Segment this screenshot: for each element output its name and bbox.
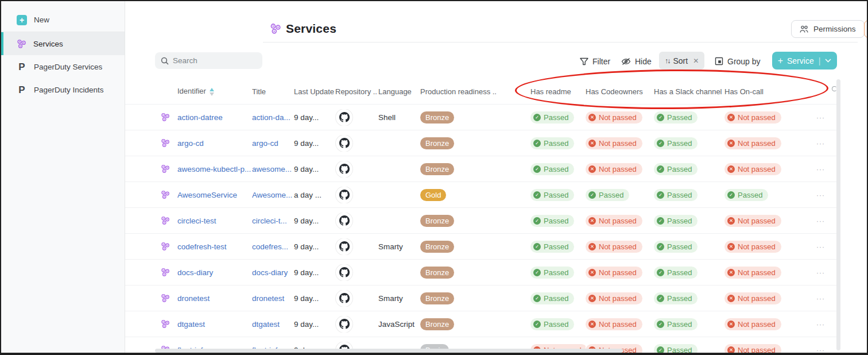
cross-icon: ✕: [588, 295, 596, 302]
identifier-cell: awesome-kubectl-p...: [177, 165, 252, 173]
title-link[interactable]: dronetest: [252, 294, 284, 303]
row-actions-button[interactable]: ···: [816, 295, 825, 303]
production-readiness-cell: Bronze: [420, 215, 530, 227]
sidebar-item-pagerduty-incidents[interactable]: P PagerDuty Incidents: [1, 78, 125, 101]
has-codeowners-cell: ✕Not passed: [586, 267, 654, 279]
check-icon: ✓: [657, 191, 664, 199]
identifier-link[interactable]: docs-diary: [177, 268, 213, 277]
row-actions-button[interactable]: ···: [816, 165, 825, 173]
row-actions-button[interactable]: ···: [816, 114, 825, 122]
github-icon[interactable]: [336, 187, 352, 203]
row-actions-button[interactable]: ···: [816, 191, 825, 199]
check-icon: ✓: [533, 321, 541, 328]
sort-button[interactable]: ↑↓ Sort ✕: [659, 52, 704, 70]
has-codeowners-cell: ✕Not passed: [586, 215, 654, 227]
column-header[interactable]: Production readiness ..: [420, 87, 530, 96]
title-link[interactable]: codefres...: [252, 242, 288, 251]
title-link[interactable]: dtgatest: [252, 320, 280, 329]
save-view-button[interactable]: Save this view: [865, 21, 868, 37]
github-icon[interactable]: [336, 264, 352, 281]
column-sort-indicator[interactable]: [210, 88, 214, 96]
sidebar-item-new[interactable]: + New: [1, 8, 125, 32]
permissions-button[interactable]: Permissions: [791, 20, 865, 38]
has-readme-cell: ✓Passed: [530, 163, 586, 175]
column-header[interactable]: Title: [252, 87, 294, 96]
sort-clear-icon[interactable]: ✕: [693, 57, 699, 65]
check-icon: ✓: [657, 140, 664, 147]
github-icon[interactable]: [336, 161, 352, 178]
sidebar-item-services[interactable]: Services: [1, 32, 125, 55]
cross-icon: ✕: [588, 140, 596, 147]
cross-icon: ✕: [727, 165, 735, 173]
identifier-link[interactable]: action-datree: [177, 113, 223, 122]
github-icon[interactable]: [336, 135, 352, 152]
identifier-link[interactable]: dronetest: [177, 294, 210, 303]
cross-icon: ✕: [727, 217, 735, 225]
group-by-button[interactable]: Group by: [715, 53, 761, 70]
check-icon: ✓: [657, 269, 664, 276]
row-actions-button[interactable]: ···: [816, 346, 825, 354]
search-box: [155, 52, 262, 69]
column-header-label: Has readme: [530, 87, 571, 96]
column-header[interactable]: Has readme: [530, 87, 586, 96]
production-readiness-cell: Bronze: [420, 137, 530, 149]
github-icon[interactable]: [336, 290, 352, 307]
github-icon[interactable]: [336, 238, 352, 255]
sidebar-item-label: Services: [33, 40, 63, 48]
title-cell: circleci-t...: [252, 217, 294, 225]
hide-button[interactable]: Hide: [621, 53, 652, 70]
has-slack-channel-cell: ✓Passed: [654, 137, 724, 149]
title-link[interactable]: argo-cd: [252, 139, 278, 148]
column-header[interactable]: Has On-call: [724, 87, 816, 96]
has-readme-cell: ✓Passed: [530, 137, 586, 149]
cross-icon: ✕: [727, 295, 735, 302]
row-actions-button[interactable]: ···: [816, 140, 825, 148]
title-link[interactable]: Awesome...: [252, 191, 292, 199]
row-actions-button[interactable]: ···: [816, 269, 825, 277]
column-header[interactable]: Has Codeowners: [586, 87, 654, 96]
identifier-link[interactable]: dtgatest: [177, 320, 205, 329]
vertical-scrollbar[interactable]: [836, 79, 840, 350]
filter-icon: [580, 57, 588, 65]
add-service-button[interactable]: + Service |: [772, 52, 837, 70]
column-header[interactable]: Has a Slack channel: [654, 87, 724, 96]
column-header[interactable]: Language: [378, 87, 420, 96]
github-icon[interactable]: [336, 109, 352, 126]
identifier-link[interactable]: AwesomeService: [177, 191, 237, 199]
sidebar-item-pagerduty-services[interactable]: P PagerDuty Services: [1, 55, 125, 78]
has-slack-channel-status-badge: ✓Passed: [654, 189, 698, 201]
title-link[interactable]: docs-diary: [252, 268, 288, 277]
identifier-link[interactable]: awesome-kubectl-p...: [177, 165, 251, 173]
title-link[interactable]: awesome...: [252, 165, 292, 173]
microservice-icon: [161, 216, 174, 225]
plus-icon: +: [778, 56, 783, 66]
identifier-link[interactable]: argo-cd: [177, 139, 204, 148]
horizontal-scrollbar[interactable]: [155, 349, 623, 353]
status-label: Passed: [667, 217, 692, 225]
search-input[interactable]: [173, 56, 253, 65]
github-icon[interactable]: [336, 316, 352, 333]
row-actions-button[interactable]: ···: [816, 321, 825, 329]
row-actions-button[interactable]: ···: [816, 243, 825, 251]
status-label: Not passed: [738, 268, 776, 277]
has-on-call-status-badge: ✕Not passed: [724, 241, 781, 253]
identifier-link[interactable]: circleci-test: [177, 217, 216, 225]
column-header[interactable]: Identifier: [177, 87, 252, 96]
identifier-link[interactable]: codefresh-test: [177, 242, 227, 251]
title-link[interactable]: action-da...: [252, 113, 290, 122]
column-header[interactable]: Repository ..: [335, 87, 378, 96]
row-actions-button[interactable]: ···: [816, 217, 825, 225]
column-header[interactable]: Last Update: [294, 87, 335, 96]
row-actions-cell: ···: [816, 242, 838, 251]
title-cell: dtgatest: [252, 320, 294, 329]
has-codeowners-status-badge: ✕Not passed: [586, 215, 642, 227]
language-cell: Smarty: [378, 242, 420, 251]
github-icon[interactable]: [336, 213, 352, 229]
has-slack-channel-status-badge: ✓Passed: [654, 318, 698, 330]
column-header-label: Has On-call: [724, 87, 764, 96]
title-link[interactable]: circleci-t...: [252, 217, 287, 225]
filter-button[interactable]: Filter: [580, 53, 610, 70]
group-by-icon: [715, 57, 723, 65]
has-slack-channel-status-badge: ✓Passed: [654, 163, 698, 175]
has-codeowners-status-badge: ✕Not passed: [586, 267, 642, 279]
